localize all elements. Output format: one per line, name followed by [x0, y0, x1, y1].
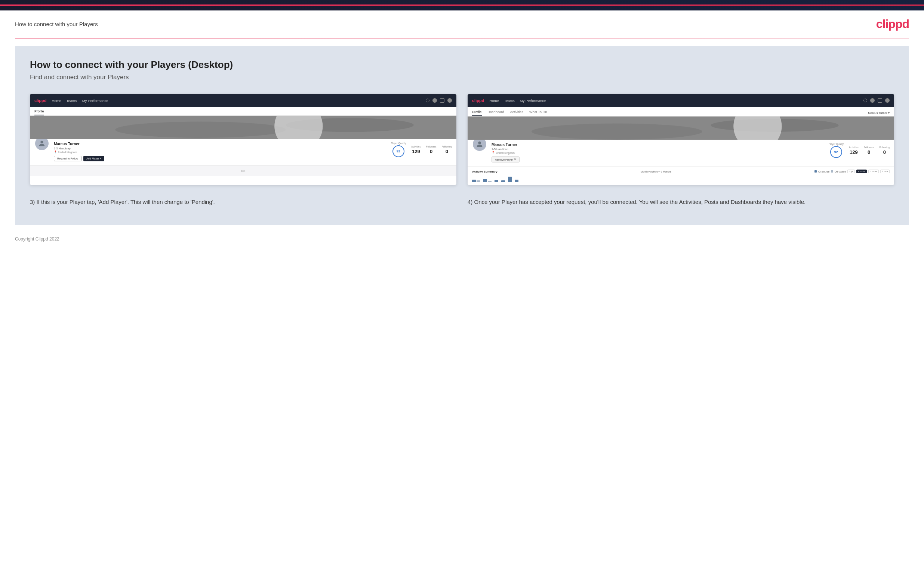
- tab-profile[interactable]: Profile: [34, 110, 44, 115]
- top-bar: [0, 0, 924, 10]
- desc-item-1: 3) If this is your Player tap, 'Add Play…: [30, 198, 456, 206]
- search-icon: [426, 98, 430, 102]
- svg-point-4: [40, 141, 43, 143]
- screenshot1-stats: Player Quality 92 Activities 129 Followe…: [391, 142, 452, 157]
- screenshot1-hero: [30, 116, 456, 139]
- globe-icon-2: [885, 98, 890, 103]
- oncourse-label: On course: [818, 170, 829, 173]
- following-value: 0: [442, 148, 452, 154]
- quality-stat-2: Player Quality 92: [829, 143, 844, 158]
- quality-stat: Player Quality 92: [391, 142, 406, 157]
- settings-icon-2: [878, 98, 882, 103]
- screenshot2-tabs: Profile Dashboard Activities What To On: [472, 110, 547, 116]
- screenshot2-nav-right: [863, 98, 890, 103]
- nav2-item-home: Home: [489, 98, 499, 103]
- chart-bar: [483, 179, 487, 182]
- globe-icon: [447, 98, 452, 103]
- screenshot1-nav: clippd Home Teams My Performance: [30, 94, 456, 107]
- chart-bar: [477, 181, 480, 182]
- followers-value-2: 0: [864, 149, 874, 155]
- svg-point-3: [275, 116, 323, 139]
- screenshots-row: clippd Home Teams My Performance Profile: [30, 94, 894, 185]
- chart-bar: [515, 180, 519, 182]
- page-subtitle: Find and connect with your Players: [30, 74, 894, 81]
- nav2-item-performance: My Performance: [520, 98, 546, 103]
- main-content: How to connect with your Players (Deskto…: [15, 46, 909, 225]
- player-name-1: Marcus Turner: [54, 142, 386, 146]
- screenshot2-stats: Player Quality 92 Activities 129 Followe…: [829, 143, 890, 158]
- tab2-dashboard[interactable]: Dashboard: [488, 110, 504, 116]
- quality-label-2: Player Quality: [829, 143, 844, 145]
- period-6mths[interactable]: 6 mths: [856, 169, 867, 173]
- chart-bar-highlight: [508, 177, 512, 182]
- player-name-2: Marcus Turner: [491, 143, 824, 147]
- screenshot1-logo: clippd: [34, 98, 46, 103]
- activities-stat-2: Activities 129: [849, 146, 859, 155]
- period-1yr[interactable]: 1 yr: [847, 169, 855, 173]
- request-follow-button[interactable]: Request to Follow: [54, 156, 81, 161]
- add-player-button[interactable]: Add Player +: [83, 156, 104, 161]
- nav2-item-teams: Teams: [504, 98, 515, 103]
- remove-player-button[interactable]: Remove Player ✕: [491, 156, 520, 163]
- quality-circle-2: 92: [830, 146, 842, 158]
- desc-item-2: 4) Once your Player has accepted your re…: [468, 198, 894, 206]
- screenshot1-player-info: Marcus Turner 1-5 Handicap 📍 United King…: [54, 142, 386, 161]
- activity-chart: [472, 175, 890, 182]
- following-stat-2: Following 0: [880, 146, 890, 155]
- activity-header: Activity Summary Monthly Activity · 6 Mo…: [472, 169, 890, 173]
- desc-text-2: 4) Once your Player has accepted your re…: [468, 198, 894, 206]
- screenshot1-tabs: Profile: [30, 107, 456, 116]
- svg-point-6: [531, 124, 702, 140]
- quality-circle: 92: [393, 145, 404, 157]
- svg-point-9: [478, 142, 481, 144]
- screenshot2-logo: clippd: [472, 98, 484, 103]
- offcourse-legend-dot: [831, 170, 833, 172]
- player-country-1: 📍 United Kingdom: [54, 150, 386, 153]
- player-handicap-2: 1-5 Handicap: [491, 148, 824, 151]
- chart-bar: [494, 180, 498, 182]
- svg-point-1: [115, 122, 286, 138]
- settings-icon: [440, 98, 444, 103]
- screenshot2-profile-area: Marcus Turner 1-5 Handicap 📍 United King…: [468, 140, 894, 166]
- location-icon: 📍: [54, 150, 57, 153]
- offcourse-label: Off course: [835, 170, 846, 173]
- screenshot2-hero: [468, 116, 894, 140]
- activity-period: Monthly Activity · 6 Months: [640, 170, 671, 173]
- followers-value: 0: [426, 148, 436, 154]
- player-selector[interactable]: Marcus Turner ▾: [868, 111, 890, 116]
- activities-value: 129: [411, 148, 421, 154]
- descriptions-row: 3) If this is your Player tap, 'Add Play…: [30, 198, 894, 206]
- screenshot1-profile-area: Marcus Turner 1-5 Handicap 📍 United King…: [30, 139, 456, 165]
- activities-value-2: 129: [849, 149, 859, 155]
- close-icon: ✕: [514, 158, 516, 161]
- screenshot2-nav: clippd Home Teams My Performance: [468, 94, 894, 107]
- followers-label: Followers: [426, 145, 436, 148]
- screenshot1-bottom: ✏: [30, 165, 456, 176]
- tab2-activities[interactable]: Activities: [510, 110, 524, 116]
- screenshot2-tabs-row: Profile Dashboard Activities What To On …: [468, 107, 894, 116]
- screenshot-1: clippd Home Teams My Performance Profile: [30, 94, 456, 185]
- followers-stat-2: Followers 0: [864, 146, 874, 155]
- header: How to connect with your Players clippd: [0, 10, 924, 38]
- breadcrumb: How to connect with your Players: [15, 21, 98, 27]
- pen-icon: ✏: [241, 168, 246, 174]
- user-icon-2: [870, 98, 875, 103]
- period-1mth[interactable]: 1 mth: [880, 169, 890, 173]
- nav-item-performance: My Performance: [82, 98, 108, 103]
- activity-controls: On course Off course 1 yr 6 mths 3 mths …: [814, 169, 890, 173]
- copyright: Copyright Clippd 2022: [15, 236, 60, 242]
- screenshot1-nav-items: Home Teams My Performance: [52, 98, 108, 103]
- activities-label: Activities: [411, 145, 421, 148]
- quality-label: Player Quality: [391, 142, 406, 145]
- following-value-2: 0: [880, 149, 890, 155]
- search-icon-2: [863, 98, 867, 102]
- activity-summary: Activity Summary Monthly Activity · 6 Mo…: [468, 166, 894, 185]
- tab2-profile[interactable]: Profile: [472, 110, 482, 116]
- chart-bar: [488, 181, 491, 182]
- following-stat: Following 0: [442, 145, 452, 154]
- screenshot-2: clippd Home Teams My Performance Profile: [468, 94, 894, 185]
- screenshot1-buttons: Request to Follow Add Player +: [54, 156, 386, 161]
- tab2-whattoon[interactable]: What To On: [529, 110, 547, 116]
- screenshot2-player-info: Marcus Turner 1-5 Handicap 📍 United King…: [491, 143, 824, 163]
- period-3mths[interactable]: 3 mths: [868, 169, 879, 173]
